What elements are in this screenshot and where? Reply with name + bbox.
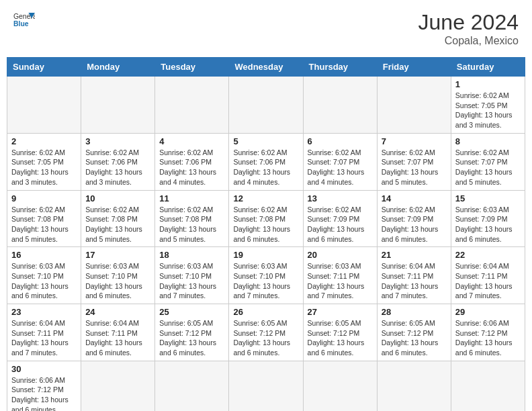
- calendar-day-cell: 4Sunrise: 6:02 AMSunset: 7:06 PMDaylight…: [155, 133, 229, 190]
- weekday-header-sunday: Sunday: [7, 58, 81, 77]
- calendar-day-cell: 18Sunrise: 6:03 AMSunset: 7:10 PMDayligh…: [155, 247, 229, 304]
- calendar-day-cell: [377, 77, 451, 134]
- calendar-day-cell: [303, 361, 377, 411]
- calendar-week-row: 2Sunrise: 6:02 AMSunset: 7:05 PMDaylight…: [7, 133, 525, 190]
- day-info: Sunrise: 6:02 AMSunset: 7:09 PMDaylight:…: [382, 205, 447, 244]
- day-number: 1: [455, 79, 521, 89]
- day-number: 30: [11, 364, 77, 374]
- day-number: 12: [233, 193, 298, 203]
- day-info: Sunrise: 6:03 AMSunset: 7:10 PMDaylight:…: [233, 261, 298, 301]
- day-info: Sunrise: 6:02 AMSunset: 7:08 PMDaylight:…: [159, 205, 224, 244]
- weekday-header-tuesday: Tuesday: [155, 58, 229, 77]
- day-info: Sunrise: 6:02 AMSunset: 7:07 PMDaylight:…: [308, 148, 373, 187]
- calendar-day-cell: 23Sunrise: 6:04 AMSunset: 7:11 PMDayligh…: [7, 304, 81, 361]
- day-number: 27: [308, 307, 373, 317]
- day-number: 10: [85, 193, 150, 203]
- day-number: 17: [85, 250, 150, 260]
- day-number: 3: [85, 136, 150, 146]
- day-info: Sunrise: 6:06 AMSunset: 7:12 PMDaylight:…: [455, 318, 521, 358]
- calendar-week-row: 30Sunrise: 6:06 AMSunset: 7:12 PMDayligh…: [7, 361, 525, 411]
- day-info: Sunrise: 6:03 AMSunset: 7:11 PMDaylight:…: [308, 261, 373, 301]
- calendar-day-cell: 29Sunrise: 6:06 AMSunset: 7:12 PMDayligh…: [451, 304, 525, 361]
- calendar-day-cell: 14Sunrise: 6:02 AMSunset: 7:09 PMDayligh…: [377, 190, 451, 247]
- day-number: 2: [11, 136, 77, 146]
- calendar-day-cell: 30Sunrise: 6:06 AMSunset: 7:12 PMDayligh…: [7, 361, 81, 411]
- day-info: Sunrise: 6:02 AMSunset: 7:09 PMDaylight:…: [308, 205, 373, 244]
- month-year-title: June 2024: [418, 10, 519, 35]
- weekday-header-friday: Friday: [377, 58, 451, 77]
- calendar-day-cell: [81, 361, 155, 411]
- calendar-day-cell: [229, 77, 303, 134]
- day-info: Sunrise: 6:04 AMSunset: 7:11 PMDaylight:…: [382, 261, 447, 301]
- calendar-day-cell: [303, 77, 377, 134]
- day-number: 28: [382, 307, 447, 317]
- calendar-day-cell: [155, 361, 229, 411]
- day-info: Sunrise: 6:02 AMSunset: 7:08 PMDaylight:…: [233, 205, 298, 244]
- calendar-header-row: SundayMondayTuesdayWednesdayThursdayFrid…: [7, 58, 525, 77]
- calendar-day-cell: [377, 361, 451, 411]
- day-number: 14: [382, 193, 447, 203]
- day-info: Sunrise: 6:02 AMSunset: 7:07 PMDaylight:…: [455, 148, 521, 187]
- day-number: 19: [233, 250, 298, 260]
- calendar-day-cell: [451, 361, 525, 411]
- day-info: Sunrise: 6:05 AMSunset: 7:12 PMDaylight:…: [233, 318, 298, 358]
- day-info: Sunrise: 6:03 AMSunset: 7:10 PMDaylight:…: [85, 261, 150, 301]
- calendar-day-cell: 28Sunrise: 6:05 AMSunset: 7:12 PMDayligh…: [377, 304, 451, 361]
- day-number: 9: [11, 193, 77, 203]
- calendar-day-cell: 24Sunrise: 6:04 AMSunset: 7:11 PMDayligh…: [81, 304, 155, 361]
- day-number: 26: [233, 307, 298, 317]
- calendar-day-cell: 21Sunrise: 6:04 AMSunset: 7:11 PMDayligh…: [377, 247, 451, 304]
- day-number: 20: [308, 250, 373, 260]
- calendar-day-cell: [155, 77, 229, 134]
- calendar-day-cell: 17Sunrise: 6:03 AMSunset: 7:10 PMDayligh…: [81, 247, 155, 304]
- calendar-day-cell: [229, 361, 303, 411]
- calendar-table: SundayMondayTuesdayWednesdayThursdayFrid…: [7, 57, 525, 411]
- calendar-day-cell: 1Sunrise: 6:02 AMSunset: 7:05 PMDaylight…: [451, 77, 525, 134]
- day-number: 15: [455, 193, 521, 203]
- logo: General Blue: [13, 10, 35, 32]
- calendar-day-cell: [7, 77, 81, 134]
- day-number: 16: [11, 250, 77, 260]
- day-info: Sunrise: 6:02 AMSunset: 7:07 PMDaylight:…: [382, 148, 447, 187]
- calendar-day-cell: 15Sunrise: 6:03 AMSunset: 7:09 PMDayligh…: [451, 190, 525, 247]
- day-info: Sunrise: 6:02 AMSunset: 7:05 PMDaylight:…: [455, 91, 521, 130]
- weekday-header-thursday: Thursday: [303, 58, 377, 77]
- day-number: 13: [308, 193, 373, 203]
- day-info: Sunrise: 6:04 AMSunset: 7:11 PMDaylight:…: [11, 318, 77, 358]
- calendar-day-cell: 12Sunrise: 6:02 AMSunset: 7:08 PMDayligh…: [229, 190, 303, 247]
- day-number: 22: [455, 250, 521, 260]
- calendar-day-cell: 27Sunrise: 6:05 AMSunset: 7:12 PMDayligh…: [303, 304, 377, 361]
- day-info: Sunrise: 6:03 AMSunset: 7:09 PMDaylight:…: [455, 205, 521, 244]
- logo-icon: General Blue: [13, 10, 35, 32]
- calendar-week-row: 9Sunrise: 6:02 AMSunset: 7:08 PMDaylight…: [7, 190, 525, 247]
- calendar-day-cell: 3Sunrise: 6:02 AMSunset: 7:06 PMDaylight…: [81, 133, 155, 190]
- day-number: 11: [159, 193, 224, 203]
- day-number: 24: [85, 307, 150, 317]
- weekday-header-saturday: Saturday: [451, 58, 525, 77]
- calendar-day-cell: 9Sunrise: 6:02 AMSunset: 7:08 PMDaylight…: [7, 190, 81, 247]
- calendar-day-cell: 11Sunrise: 6:02 AMSunset: 7:08 PMDayligh…: [155, 190, 229, 247]
- day-info: Sunrise: 6:03 AMSunset: 7:10 PMDaylight:…: [11, 261, 77, 301]
- weekday-header-wednesday: Wednesday: [229, 58, 303, 77]
- calendar-day-cell: [81, 77, 155, 134]
- day-info: Sunrise: 6:02 AMSunset: 7:06 PMDaylight:…: [159, 148, 224, 187]
- calendar-week-row: 23Sunrise: 6:04 AMSunset: 7:11 PMDayligh…: [7, 304, 525, 361]
- day-number: 5: [233, 136, 298, 146]
- location-subtitle: Copala, Mexico: [418, 35, 519, 47]
- day-number: 4: [159, 136, 224, 146]
- calendar-week-row: 16Sunrise: 6:03 AMSunset: 7:10 PMDayligh…: [7, 247, 525, 304]
- calendar-day-cell: 19Sunrise: 6:03 AMSunset: 7:10 PMDayligh…: [229, 247, 303, 304]
- day-number: 29: [455, 307, 521, 317]
- day-info: Sunrise: 6:04 AMSunset: 7:11 PMDaylight:…: [85, 318, 150, 358]
- day-info: Sunrise: 6:02 AMSunset: 7:08 PMDaylight:…: [11, 205, 77, 244]
- day-number: 8: [455, 136, 521, 146]
- day-info: Sunrise: 6:06 AMSunset: 7:12 PMDaylight:…: [11, 375, 77, 411]
- calendar-day-cell: 2Sunrise: 6:02 AMSunset: 7:05 PMDaylight…: [7, 133, 81, 190]
- calendar-day-cell: 8Sunrise: 6:02 AMSunset: 7:07 PMDaylight…: [451, 133, 525, 190]
- day-number: 6: [308, 136, 373, 146]
- calendar-day-cell: 10Sunrise: 6:02 AMSunset: 7:08 PMDayligh…: [81, 190, 155, 247]
- day-info: Sunrise: 6:02 AMSunset: 7:06 PMDaylight:…: [233, 148, 298, 187]
- day-info: Sunrise: 6:05 AMSunset: 7:12 PMDaylight:…: [382, 318, 447, 358]
- day-number: 21: [382, 250, 447, 260]
- day-number: 25: [159, 307, 224, 317]
